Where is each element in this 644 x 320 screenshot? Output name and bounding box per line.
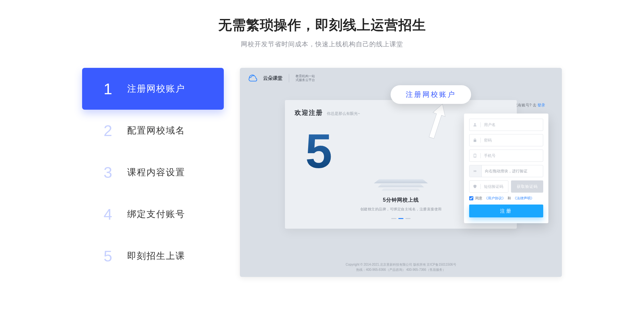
preview-header: 云朵课堂 教育机构一站 式服务云平台 xyxy=(240,68,562,83)
preview-footer: Copyright © 2014-2021.北京昱新科技有限公司 版权所有 京I… xyxy=(240,262,562,272)
step-1[interactable]: 1 注册网校账户 xyxy=(82,68,224,110)
carousel-dot[interactable] xyxy=(398,218,403,219)
logo-text: 云朵课堂 xyxy=(263,75,282,81)
register-button[interactable]: 注册 xyxy=(469,205,543,217)
logo-sub-line: 教育机构一站 xyxy=(296,74,315,78)
phone-placeholder: 手机号 xyxy=(484,153,540,159)
user-icon xyxy=(473,123,477,127)
shield-icon xyxy=(473,184,477,189)
step-2[interactable]: 2 配置网校域名 xyxy=(82,110,224,151)
step-label: 绑定支付账号 xyxy=(127,208,185,220)
divider xyxy=(289,74,289,82)
step-number: 4 xyxy=(98,206,118,223)
username-field[interactable]: 用户名 xyxy=(469,119,543,131)
carousel-dot[interactable] xyxy=(391,218,396,219)
page-title: 无需繁琐操作，即刻线上运营招生 xyxy=(0,16,644,34)
phone-field[interactable]: 手机号 xyxy=(469,150,543,162)
callout-pill: 注册网校账户 xyxy=(391,85,471,104)
slider-captcha[interactable]: 向右拖动滑块，进行验证 xyxy=(469,165,543,177)
step-number: 1 xyxy=(98,80,118,98)
copyright-line: Copyright © 2014-2021.北京昱新科技有限公司 版权所有 京I… xyxy=(240,262,562,267)
cloud-logo-icon xyxy=(248,74,259,83)
pointer-arrow-icon xyxy=(427,103,447,139)
sms-code-field[interactable]: 短信验证码 xyxy=(469,180,508,193)
step-number: 5 xyxy=(98,247,118,265)
logo-sub-line: 式服务云平台 xyxy=(296,78,315,82)
agree-checkbox[interactable] xyxy=(469,196,473,200)
logo-subtext: 教育机构一站 式服务云平台 xyxy=(296,74,315,82)
step-label: 注册网校账户 xyxy=(127,83,185,95)
password-field[interactable]: 密码 xyxy=(469,134,543,146)
agree-row[interactable]: 同意 《用户协议》 和 《法律声明》 xyxy=(469,196,543,201)
have-account-text: 已有账号? 去 登录 xyxy=(514,103,545,108)
step-label: 课程内容设置 xyxy=(127,166,185,178)
get-code-button[interactable]: 获取验证码 xyxy=(511,180,543,193)
agree-prefix: 同意 xyxy=(475,196,482,201)
step-4[interactable]: 4 绑定支付账号 xyxy=(82,193,224,235)
legal-statement-link[interactable]: 《法律声明》 xyxy=(513,196,534,201)
step-number: 3 xyxy=(98,164,118,181)
login-link[interactable]: 登录 xyxy=(537,103,545,107)
step-label: 配置网校域名 xyxy=(127,124,185,137)
password-placeholder: 密码 xyxy=(484,138,540,143)
slider-text: 向右拖动滑块，进行验证 xyxy=(485,169,527,174)
page-subtitle: 网校开发节省时间成本，快速上线机构自己的线上课堂 xyxy=(0,40,644,49)
user-agreement-link[interactable]: 《用户协议》 xyxy=(484,196,506,201)
step-5[interactable]: 5 即刻招生上课 xyxy=(82,235,224,277)
arrows-right-icon xyxy=(473,169,478,174)
svg-text:5: 5 xyxy=(305,126,332,178)
number-5-icon: 5 xyxy=(295,126,343,181)
step-label: 即刻招生上课 xyxy=(127,250,185,262)
slider-handle[interactable] xyxy=(469,165,482,177)
phone-icon xyxy=(473,153,477,158)
step-3[interactable]: 3 课程内容设置 xyxy=(82,151,224,193)
lock-icon xyxy=(473,138,477,142)
steps-list: 1 注册网校账户 2 配置网校域名 3 课程内容设置 4 绑定支付账号 5 即刻… xyxy=(82,68,224,277)
hotline-line: 热线：400-965-8366（产品咨询） 400-965-7366（售后服务） xyxy=(240,267,562,272)
pedestal-icon xyxy=(374,178,428,191)
sms-code-placeholder: 短信验证码 xyxy=(484,184,505,189)
have-account-prefix: 已有账号? 去 xyxy=(514,103,537,107)
agree-and: 和 xyxy=(507,196,511,201)
step-number: 2 xyxy=(98,122,118,140)
registration-form: 用户名 密码 手机号 xyxy=(464,114,548,223)
welcome-title: 欢迎注册 xyxy=(295,108,323,117)
welcome-subtitle: 你总是那么有眼光~ xyxy=(327,111,360,116)
preview-panel: 云朵课堂 教育机构一站 式服务云平台 注册网校账户 已有账号? 去 登录 xyxy=(240,68,562,277)
carousel-dot[interactable] xyxy=(405,218,411,219)
username-placeholder: 用户名 xyxy=(484,122,540,128)
